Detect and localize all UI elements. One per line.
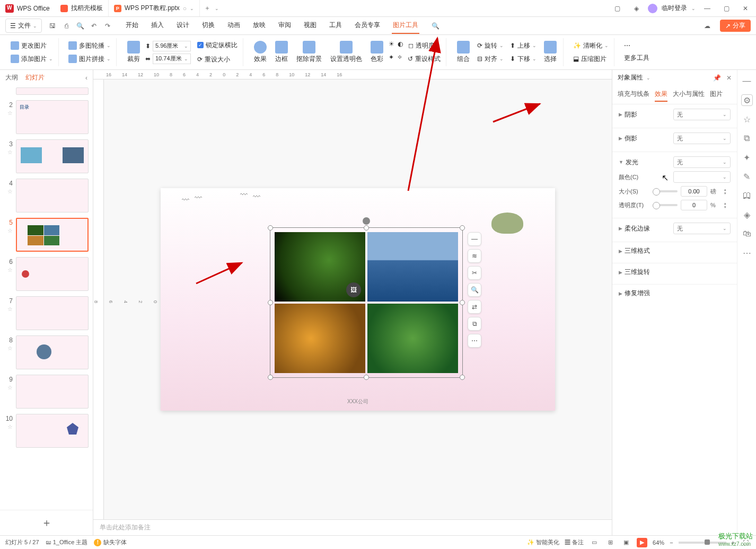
star-icon[interactable]: ☆ xyxy=(4,149,13,156)
clarity-button[interactable]: ✨清晰化⌄ xyxy=(571,40,611,51)
expand-icon[interactable]: ▼ xyxy=(619,160,623,165)
preview-icon[interactable]: 🔍 xyxy=(75,21,85,31)
selection-box[interactable]: 🖼 — ≋ ✂ 🔍 ⇄ ⧉ ⋯ xyxy=(270,227,463,378)
soft-edge-select[interactable]: 无⌄ xyxy=(673,223,731,234)
glow-trans-input[interactable]: 0 xyxy=(681,200,707,210)
multi-outline-button[interactable]: 多图轮播⌄ xyxy=(66,40,113,51)
slide-6[interactable]: 6☆ xyxy=(4,257,89,291)
resize-handle[interactable] xyxy=(268,375,273,380)
collage-image-2[interactable] xyxy=(367,232,458,302)
slide-5[interactable]: 5☆ xyxy=(4,218,89,252)
resize-handle[interactable] xyxy=(364,225,369,231)
adjust1-icon[interactable]: ✦ xyxy=(389,54,394,65)
star-icon[interactable]: ☆ xyxy=(4,267,13,273)
star-icon[interactable]: ☆ xyxy=(4,110,13,117)
set-transparent-button[interactable]: 设置透明色 xyxy=(327,40,365,65)
image-collage[interactable]: 🖼 xyxy=(275,232,458,373)
redo-icon[interactable]: ↷ xyxy=(102,21,113,31)
menu-vip[interactable]: 会员专享 xyxy=(354,17,381,34)
effect-button[interactable]: 效果 xyxy=(251,40,270,65)
avatar-icon[interactable] xyxy=(648,4,657,13)
float-replace-icon[interactable]: ⇄ xyxy=(468,300,481,314)
menu-animation[interactable]: 动画 xyxy=(226,17,241,34)
spinner-icon[interactable]: ▴▾ xyxy=(724,188,731,195)
reset-style-button[interactable]: ↺重设样式 xyxy=(406,54,443,65)
tab-effect[interactable]: 效果 xyxy=(655,87,667,102)
effects-icon[interactable]: ◈ xyxy=(741,209,753,220)
notes-input[interactable]: 单击此处添加备注 xyxy=(93,519,612,535)
store-icon[interactable]: 🛍 xyxy=(741,228,753,240)
star-icon[interactable]: ☆ xyxy=(4,306,13,313)
more-tools-overflow[interactable]: ⋯ xyxy=(622,41,652,50)
compress-button[interactable]: ⬓压缩图片 xyxy=(571,54,611,65)
new-tab-button[interactable]: ＋ xyxy=(200,1,215,16)
more-icon[interactable]: ⋯ xyxy=(741,247,753,259)
resize-handle[interactable] xyxy=(460,300,465,305)
slide-8[interactable]: 8☆ xyxy=(4,335,89,369)
view-reading-icon[interactable]: ▣ xyxy=(621,538,631,547)
transparency-button[interactable]: ◻透明度 xyxy=(406,40,437,51)
lock-ratio-checkbox[interactable]: ✓锁定纵横比 xyxy=(195,40,240,51)
glow-select[interactable]: 无⌄ xyxy=(673,156,731,168)
star-icon[interactable]: ☆ xyxy=(4,423,13,430)
tab-dropdown-icon[interactable]: ⌄ xyxy=(190,6,194,11)
float-copy-icon[interactable]: ⧉ xyxy=(468,317,481,331)
slide-7[interactable]: 7☆ xyxy=(4,296,89,330)
reset-size-button[interactable]: ⟳重设大小 xyxy=(195,54,240,65)
notes-toggle[interactable]: ☰ 备注 xyxy=(565,538,584,546)
rotate-handle[interactable] xyxy=(363,217,370,225)
tab-size[interactable]: 大小与属性 xyxy=(673,87,705,102)
height-input[interactable]: 5.96厘米⌄ xyxy=(153,41,191,51)
slide-9[interactable]: 9☆ xyxy=(4,375,89,409)
combine-button[interactable]: 组合 xyxy=(454,40,473,65)
glow-trans-slider[interactable] xyxy=(653,204,678,206)
panel-icon[interactable]: ▢ xyxy=(610,1,625,16)
view-normal-icon[interactable]: ▭ xyxy=(589,538,600,547)
slide-10[interactable]: 10☆ xyxy=(4,414,89,448)
menu-home[interactable]: 开始 xyxy=(125,17,139,34)
add-image-button[interactable]: 添加图片⌄ xyxy=(8,54,55,65)
contrast-icon[interactable]: ◐ xyxy=(398,40,403,51)
slide-3[interactable]: 3☆ xyxy=(4,139,89,173)
collage-image-1[interactable]: 🖼 xyxy=(275,232,365,302)
collapse-icon[interactable]: ▶ xyxy=(619,291,622,296)
cloud-icon[interactable]: ☁ xyxy=(700,19,715,33)
menu-view[interactable]: 视图 xyxy=(303,17,318,34)
star-icon[interactable]: ☆ xyxy=(4,384,13,391)
slide-canvas[interactable]: 〰 〰 〰 〰 xyxy=(161,188,555,411)
float-more-icon[interactable]: ⋯ xyxy=(468,334,481,348)
book-icon[interactable]: 🕮 xyxy=(741,190,753,201)
menu-picture-tools[interactable]: 图片工具 xyxy=(392,17,419,34)
reflection-select[interactable]: 无⌄ xyxy=(673,132,731,144)
collapse-icon[interactable]: ▶ xyxy=(619,249,622,254)
zoom-chip-icon[interactable]: 🖼 xyxy=(346,282,361,297)
favorite-icon[interactable]: ☆ xyxy=(741,113,753,125)
glow-size-slider[interactable] xyxy=(653,190,678,192)
cube-icon[interactable]: ◈ xyxy=(629,1,644,16)
change-image-button[interactable]: 更改图片 xyxy=(8,40,55,51)
tab-slides[interactable]: 幻灯片 xyxy=(25,73,45,82)
view-sorter-icon[interactable]: ⊞ xyxy=(605,538,616,547)
resize-handle[interactable] xyxy=(364,375,369,380)
float-crop-icon[interactable]: ✂ xyxy=(468,266,481,280)
menu-design[interactable]: 设计 xyxy=(175,17,190,34)
collapse-icon[interactable]: ▶ xyxy=(619,226,622,231)
rotate-button[interactable]: ⟳旋转⌄ xyxy=(475,40,506,51)
resize-handle[interactable] xyxy=(460,375,465,380)
width-input[interactable]: 10.74厘米⌄ xyxy=(153,54,191,64)
glow-size-input[interactable]: 0.00 xyxy=(681,186,707,197)
tab-document[interactable]: P WPS PPT教程.pptx ○ ⌄ xyxy=(109,0,200,16)
panel-dropdown-icon[interactable]: ⌄ xyxy=(646,75,650,81)
theme-name[interactable]: 🖭 1_Office 主题 xyxy=(46,538,88,546)
resize-handle[interactable] xyxy=(460,225,465,231)
glow-color-select[interactable]: ⌄ xyxy=(673,171,731,183)
crop-button[interactable]: 裁剪 xyxy=(124,40,143,65)
view-slideshow-icon[interactable]: ▶ xyxy=(637,538,647,547)
login-text[interactable]: 临时登录 xyxy=(662,4,687,13)
tab-outline[interactable]: 大纲 xyxy=(5,73,18,82)
star-icon[interactable]: ☆ xyxy=(4,345,13,352)
share-button[interactable]: ↗ 分享 xyxy=(720,20,751,32)
close-button[interactable]: ✕ xyxy=(738,1,753,16)
layout-icon[interactable]: ⧉ xyxy=(741,132,753,144)
slides-list[interactable]: 2☆ 目录 3☆ 4☆ 5☆ 6☆ 7☆ 8☆ 9☆ 10☆ xyxy=(0,85,93,510)
